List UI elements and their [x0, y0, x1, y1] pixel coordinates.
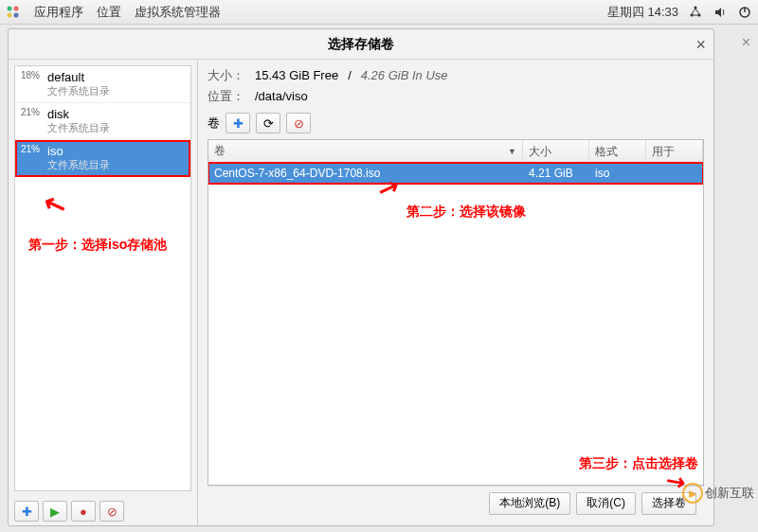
add-pool-button[interactable]: ✚ [14, 501, 39, 522]
size-label: 大小： [208, 67, 245, 84]
pool-type: 文件系统目录 [47, 158, 110, 172]
pool-type: 文件系统目录 [47, 121, 110, 135]
pool-pane: 18% default 文件系统目录 21% disk 文件系统目录 21% [9, 60, 198, 525]
pool-list[interactable]: 18% default 文件系统目录 21% disk 文件系统目录 21% [14, 65, 191, 491]
svg-point-1 [14, 6, 19, 10]
svg-point-2 [8, 12, 12, 17]
volume-size: 4.21 GiB [523, 165, 589, 182]
browse-local-button[interactable]: 本地浏览(B) [489, 492, 570, 515]
add-volume-button[interactable]: ✚ [226, 113, 250, 133]
volumes-label: 卷 [208, 115, 220, 132]
volume-pane: 大小： 15.43 GiB Free / 4.26 GiB In Use 位置：… [198, 60, 713, 525]
col-usedby[interactable]: 用于 [646, 140, 703, 162]
dialog-titlebar: 选择存储卷 × [9, 29, 713, 60]
power-icon[interactable] [737, 5, 752, 20]
watermark-icon: ▶ [682, 483, 703, 504]
pool-name: iso [47, 144, 110, 158]
dialog-title: 选择存储卷 [328, 36, 394, 53]
location-label: 位置： [208, 88, 245, 105]
pool-item-iso[interactable]: 21% iso 文件系统目录 [15, 140, 190, 177]
annotation-step2: 第二步：选择该镜像 [406, 204, 526, 221]
volume-format: iso [589, 165, 646, 182]
svg-point-0 [8, 6, 12, 10]
places-menu[interactable]: 位置 [97, 4, 121, 21]
pool-name: disk [47, 107, 110, 121]
volume-table-header: 卷 ▼ 大小 格式 用于 [208, 140, 703, 163]
col-size[interactable]: 大小 [523, 140, 589, 162]
apps-menu[interactable]: 应用程序 [34, 4, 83, 21]
annotation-arrow-1: ↖ [39, 186, 70, 223]
refresh-volumes-button[interactable]: ⟳ [256, 113, 280, 133]
volume-icon[interactable] [713, 5, 728, 20]
start-pool-button[interactable]: ▶ [43, 501, 67, 522]
delete-pool-button[interactable]: ⊘ [99, 501, 124, 522]
location-value: /data/viso [255, 89, 308, 103]
watermark: ▶ 创新互联 [682, 483, 754, 504]
pool-usage: 21% [21, 144, 44, 154]
pool-type: 文件系统目录 [47, 84, 110, 98]
annotation-step1: 第一步：选择iso存储池 [28, 237, 167, 254]
delete-volume-button[interactable]: ⊘ [286, 113, 311, 133]
volume-table[interactable]: 卷 ▼ 大小 格式 用于 CentOS-7-x86_64-DVD-1708.is… [208, 139, 704, 486]
svg-point-3 [14, 12, 19, 17]
app-title[interactable]: 虚拟系统管理器 [135, 4, 221, 21]
size-free: 15.43 GiB Free [255, 68, 338, 82]
volume-usedby [646, 171, 703, 175]
pool-toolbar: ✚ ▶ ● ⊘ [9, 497, 197, 525]
network-icon[interactable] [688, 5, 703, 20]
dialog-close-button[interactable]: × [695, 35, 706, 55]
pool-item-disk[interactable]: 21% disk 文件系统目录 [15, 103, 190, 140]
watermark-text: 创新互联 [705, 485, 754, 502]
annotation-step3: 第三步：点击选择卷 [579, 455, 698, 472]
storage-volume-dialog: 选择存储卷 × 18% default 文件系统目录 21% disk 文件系统… [8, 28, 714, 526]
pool-usage: 21% [21, 107, 44, 117]
size-inuse: 4.26 GiB In Use [361, 68, 448, 82]
pool-item-default[interactable]: 18% default 文件系统目录 [15, 66, 190, 103]
pool-name: default [47, 70, 110, 84]
volume-row[interactable]: CentOS-7-x86_64-DVD-1708.iso 4.21 GiB is… [208, 163, 703, 184]
col-format[interactable]: 格式 [589, 140, 646, 162]
pool-usage: 18% [21, 70, 44, 80]
outer-close-icon[interactable]: × [742, 34, 750, 51]
apps-menu-icon[interactable] [6, 5, 21, 20]
volume-name: CentOS-7-x86_64-DVD-1708.iso [208, 165, 523, 182]
desktop-top-panel: 应用程序 位置 虚拟系统管理器 星期四 14:33 [0, 0, 758, 25]
stop-pool-button[interactable]: ● [71, 501, 96, 522]
sort-arrow-icon: ▼ [508, 147, 516, 156]
cancel-button[interactable]: 取消(C) [576, 492, 636, 515]
clock[interactable]: 星期四 14:33 [607, 4, 678, 21]
size-sep: / [348, 68, 352, 82]
dialog-action-bar: 本地浏览(B) 取消(C) 选择卷 [208, 486, 704, 520]
col-volume[interactable]: 卷 ▼ [208, 140, 523, 162]
